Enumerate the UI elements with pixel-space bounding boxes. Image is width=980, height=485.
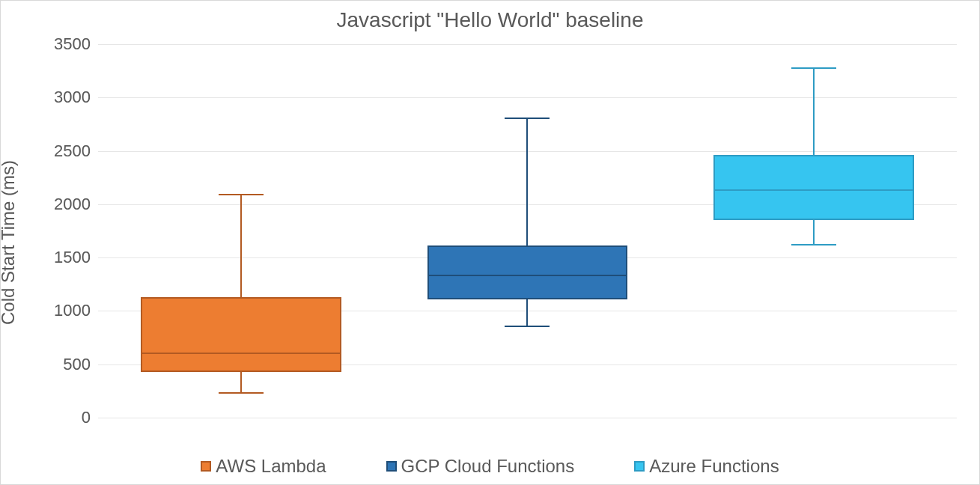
- y-tick-label: 2500: [54, 141, 98, 161]
- legend-label: AWS Lambda: [216, 456, 326, 477]
- legend: AWS LambdaGCP Cloud FunctionsAzure Funct…: [1, 456, 979, 477]
- median-line: [427, 275, 628, 276]
- box-group: [141, 44, 341, 418]
- whisker-cap-min: [505, 326, 550, 327]
- whisker-cap-max: [219, 194, 264, 195]
- legend-label: Azure Functions: [649, 456, 779, 477]
- box-group: [427, 44, 628, 418]
- y-tick-label: 0: [82, 408, 98, 427]
- y-tick-label: 2000: [54, 195, 98, 214]
- box: [427, 245, 628, 299]
- y-tick-label: 1000: [54, 301, 98, 320]
- whisker-cap-min: [219, 392, 264, 394]
- legend-swatch: [634, 461, 645, 472]
- grid-line: [98, 418, 957, 418]
- legend-item: GCP Cloud Functions: [386, 456, 575, 477]
- legend-swatch: [386, 461, 397, 472]
- median-line: [713, 189, 914, 191]
- legend-item: Azure Functions: [634, 456, 779, 477]
- legend-label: GCP Cloud Functions: [401, 456, 575, 477]
- y-tick-label: 1500: [54, 248, 98, 267]
- box-group: [713, 44, 914, 418]
- plot-area: 0500100015002000250030003500: [98, 44, 957, 418]
- y-tick-label: 3000: [54, 88, 98, 107]
- whisker-cap-min: [791, 244, 836, 245]
- chart-frame: Javascript "Hello World" baseline Cold S…: [0, 0, 980, 485]
- legend-swatch: [201, 461, 211, 472]
- plot-wrap: Cold Start Time (ms) 0500100015002000250…: [38, 44, 964, 441]
- chart-title: Javascript "Hello World" baseline: [1, 1, 979, 44]
- box: [141, 297, 341, 372]
- median-line: [141, 353, 341, 354]
- whisker-cap-max: [791, 67, 836, 69]
- y-tick-label: 500: [63, 355, 98, 374]
- legend-item: AWS Lambda: [201, 456, 326, 477]
- box: [713, 155, 914, 220]
- whisker-cap-max: [505, 118, 550, 119]
- y-axis-label: Cold Start Time (ms): [0, 160, 19, 325]
- y-tick-label: 3500: [54, 34, 98, 54]
